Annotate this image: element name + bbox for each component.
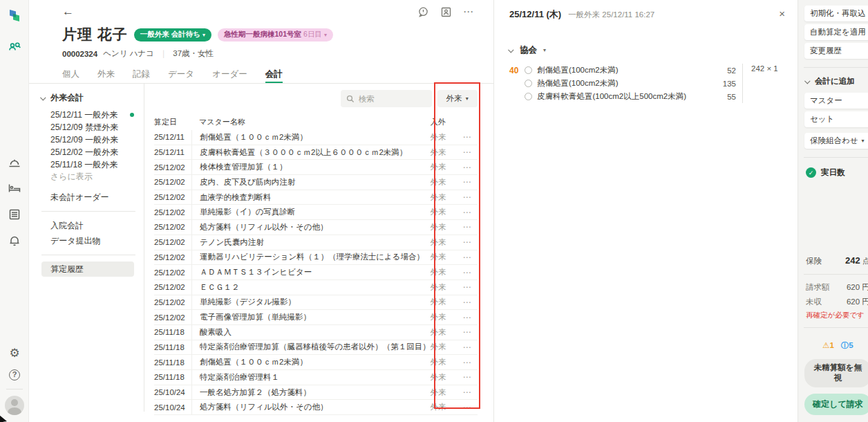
tab-item[interactable]: 個人 bbox=[62, 68, 79, 83]
help-icon[interactable]: ? bbox=[0, 369, 29, 380]
tab-item[interactable]: データ bbox=[168, 68, 194, 83]
visit-item[interactable]: 25/12/02 一般外来 bbox=[41, 146, 137, 158]
row-master-name: 特定薬剤治療管理加算（臓器移植後等の患者以外）（第１回目） bbox=[191, 340, 431, 355]
visit-item[interactable]: 25/12/11 一般外来 bbox=[41, 109, 137, 121]
table-row[interactable]: 25/11/18 特定薬剤治療管理料１ 外来 ⋯ bbox=[154, 370, 478, 385]
id-card-icon[interactable] bbox=[440, 6, 452, 18]
item-name: 皮膚科軟膏処置(100cm2以上500cm2未満) bbox=[537, 91, 686, 102]
row-menu-icon[interactable]: ⋯ bbox=[457, 297, 478, 307]
row-menu-icon[interactable]: ⋯ bbox=[457, 327, 478, 337]
comment-alert-icon[interactable] bbox=[417, 6, 429, 18]
app-logo-icon[interactable] bbox=[0, 8, 29, 24]
user-avatar[interactable] bbox=[5, 396, 24, 415]
table-row[interactable]: 25/11/18 特定薬剤治療管理加算（臓器移植後等の患者以外）（第１回目） 外… bbox=[154, 340, 478, 356]
detail-date-title: 25/12/11 (木) bbox=[509, 8, 561, 21]
tab-item[interactable]: オーダー bbox=[212, 68, 247, 83]
records-list-icon[interactable] bbox=[0, 208, 29, 221]
item-radio[interactable] bbox=[525, 66, 532, 74]
table-row[interactable]: 25/12/02 テノン氏囊内注射 外来 ⋯ bbox=[154, 235, 478, 250]
actual-days-row[interactable]: ✓ 実日数 bbox=[806, 167, 868, 178]
data-submission-link[interactable]: データ提出物 bbox=[41, 233, 137, 248]
insurance-combination-button[interactable]: 保険組合わせ▾ bbox=[804, 133, 868, 149]
master-button[interactable]: マスター bbox=[804, 93, 868, 109]
visit-item[interactable]: 25/11/18 一般外来 bbox=[41, 158, 137, 171]
inpatient-accounting-link[interactable]: 入院会計 bbox=[41, 218, 137, 233]
search-box[interactable] bbox=[341, 90, 432, 107]
row-master-name: 皮内、皮下及び筋肉内注射 bbox=[191, 175, 431, 190]
inout-filter-dropdown[interactable]: 外来▾ bbox=[437, 90, 478, 107]
table-row[interactable]: 25/12/02 皮内、皮下及び筋肉内注射 外来 ⋯ bbox=[154, 175, 478, 190]
visit-item[interactable]: 25/12/09 禁煙外来 bbox=[41, 121, 137, 134]
row-date: 25/12/02 bbox=[154, 163, 191, 172]
table-row[interactable]: 25/12/02 運動器リハビリテーション料（１）（理学療法士による場合） 外来… bbox=[154, 250, 478, 266]
rail-divider bbox=[6, 389, 23, 389]
table-row[interactable]: 25/11/18 創傷処置（１００ｃｍ2未満） 外来 ⋯ bbox=[154, 355, 478, 370]
tab-item[interactable]: 会計 bbox=[265, 68, 283, 83]
row-menu-icon[interactable]: ⋯ bbox=[457, 358, 478, 367]
table-row[interactable]: 25/10/24 処方箋料（リフィル以外・その他） 外来 ⋯ bbox=[154, 400, 478, 415]
row-menu-icon[interactable]: ⋯ bbox=[457, 253, 478, 262]
row-menu-icon[interactable]: ⋯ bbox=[457, 268, 478, 277]
patient-search-icon[interactable] bbox=[0, 40, 29, 54]
table-row[interactable]: 25/12/02 血液学的検査判断料 外来 ⋯ bbox=[154, 190, 478, 205]
row-date: 25/10/24 bbox=[154, 403, 191, 412]
alert-counts[interactable]: ⚠1 ⓘ5 bbox=[804, 340, 868, 351]
confirm-billing-button[interactable]: 確定して請求 bbox=[804, 394, 868, 415]
ignore-unsettled-button[interactable]: 未精算額を無視 bbox=[804, 359, 868, 387]
row-menu-icon[interactable]: ⋯ bbox=[457, 372, 478, 382]
row-menu-icon[interactable]: ⋯ bbox=[457, 208, 478, 217]
table-row[interactable]: 25/10/24 一般名処方加算２（処方箋料） 外来 ⋯ bbox=[154, 385, 478, 401]
row-menu-icon[interactable]: ⋯ bbox=[457, 313, 478, 322]
add-to-accounting-section[interactable]: 会計に追加 bbox=[806, 76, 868, 86]
item-radio[interactable] bbox=[525, 93, 532, 100]
table-row[interactable]: 25/12/02 単純撮影（イ）の写真診断 外来 ⋯ bbox=[154, 205, 478, 220]
outpatient-accounting-section[interactable]: 外来会計 bbox=[41, 92, 137, 104]
close-icon[interactable]: × bbox=[779, 8, 785, 19]
row-menu-icon[interactable]: ⋯ bbox=[457, 192, 478, 202]
table-row[interactable]: 25/12/02 処方箋料（リフィル以外・その他） 外来 ⋯ bbox=[154, 220, 478, 235]
visit-status-badge[interactable]: 一般外来 会計待ち▾ bbox=[134, 28, 211, 42]
row-menu-icon[interactable]: ⋯ bbox=[457, 177, 478, 187]
table-row[interactable]: 25/12/02 検体検査管理加算（１） 外来 ⋯ bbox=[154, 160, 478, 175]
row-menu-icon[interactable]: ⋯ bbox=[457, 163, 478, 172]
settings-gear-icon[interactable]: ⚙ bbox=[0, 346, 29, 360]
item-radio[interactable] bbox=[525, 80, 532, 87]
unaccounted-orders-link[interactable]: 未会計オーダー bbox=[41, 190, 137, 205]
row-menu-icon[interactable]: ⋯ bbox=[457, 237, 478, 247]
visit-item[interactable]: 25/12/09 一般外来 bbox=[41, 134, 137, 146]
table-row[interactable]: 25/12/02 ＥＣＧ１２ 外来 ⋯ bbox=[154, 280, 478, 295]
table-row[interactable]: 25/12/02 ＡＤＡＭＴＳ１３インヒビター 外来 ⋯ bbox=[154, 265, 478, 280]
back-button[interactable]: ← bbox=[62, 5, 74, 19]
table-row[interactable]: 25/12/02 電子画像管理加算（単純撮影） 外来 ⋯ bbox=[154, 310, 478, 325]
row-menu-icon[interactable]: ⋯ bbox=[457, 222, 478, 232]
apply-auto-calc-button[interactable]: 自動算定を適用 bbox=[804, 24, 868, 40]
table-row[interactable]: 25/12/11 創傷処置（１００ｃｍ2未満） 外来 ⋯ bbox=[154, 130, 478, 145]
tab-item[interactable]: 記録 bbox=[133, 68, 150, 83]
row-menu-icon[interactable]: ⋯ bbox=[457, 132, 478, 142]
row-menu-icon[interactable]: ⋯ bbox=[457, 342, 478, 352]
reception-bell-icon[interactable] bbox=[0, 156, 29, 169]
insurer-section-header[interactable]: 協会 ▾ bbox=[509, 44, 785, 56]
mouse-cursor-icon bbox=[0, 415, 9, 422]
row-menu-icon[interactable]: ⋯ bbox=[457, 147, 478, 157]
row-master-name: 検体検査管理加算（１） bbox=[191, 160, 431, 174]
row-menu-icon[interactable]: ⋯ bbox=[457, 387, 478, 397]
row-inout: 外来 bbox=[431, 357, 457, 367]
ward-badge[interactable]: 急性期一般病棟101号室6日目▾ bbox=[218, 28, 333, 42]
search-input[interactable] bbox=[359, 95, 421, 103]
item-points: 55 bbox=[727, 93, 742, 101]
show-more-link[interactable]: さらに表示 bbox=[41, 171, 137, 183]
table-row[interactable]: 25/12/02 単純撮影（デジタル撮影） 外来 ⋯ bbox=[154, 295, 478, 311]
table-row[interactable]: 25/11/18 酸素吸入 外来 ⋯ bbox=[154, 325, 478, 340]
table-row[interactable]: 25/12/11 皮膚科軟膏処置（３０００ｃｍ2以上６０００ｃｍ2未満） 外来 … bbox=[154, 145, 478, 160]
row-menu-icon[interactable]: ⋯ bbox=[457, 403, 478, 412]
overflow-menu-icon[interactable]: ⋯ bbox=[463, 6, 474, 18]
inpatient-bed-icon[interactable] bbox=[0, 181, 29, 195]
reinitialize-button[interactable]: 初期化・再取込 bbox=[804, 6, 868, 21]
calc-history-link[interactable]: 算定履歴 bbox=[41, 262, 134, 277]
notification-bell-icon[interactable] bbox=[0, 233, 29, 247]
set-button[interactable]: セット bbox=[804, 111, 868, 127]
change-history-button[interactable]: 変更履歴 bbox=[804, 43, 868, 59]
row-menu-icon[interactable]: ⋯ bbox=[457, 282, 478, 292]
tab-item[interactable]: 外来 bbox=[97, 68, 115, 83]
